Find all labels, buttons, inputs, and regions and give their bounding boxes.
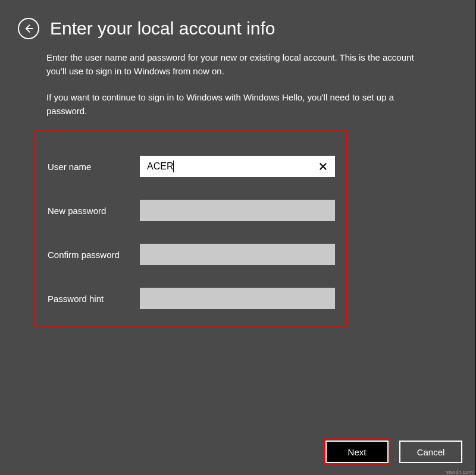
username-label: User name bbox=[48, 162, 140, 172]
clear-input-button[interactable] bbox=[316, 159, 330, 174]
confirm-password-row: Confirm password bbox=[48, 244, 334, 265]
page-title: Enter your local account info bbox=[50, 18, 275, 39]
description-block: Enter the user name and password for you… bbox=[0, 51, 475, 118]
next-button[interactable]: Next bbox=[325, 441, 389, 463]
cancel-button[interactable]: Cancel bbox=[399, 441, 462, 463]
text-cursor bbox=[173, 161, 174, 172]
description-para-2: If you want to continue to sign in to Wi… bbox=[46, 91, 429, 118]
username-row: User name bbox=[48, 156, 334, 177]
footer-buttons: Next Cancel bbox=[325, 441, 462, 463]
watermark: wsxdn.com bbox=[446, 469, 473, 475]
username-input[interactable] bbox=[140, 156, 335, 177]
new-password-input[interactable] bbox=[140, 200, 335, 221]
close-icon bbox=[318, 161, 328, 172]
back-button[interactable] bbox=[18, 18, 39, 39]
confirm-password-label: Confirm password bbox=[48, 250, 140, 260]
password-hint-row: Password hint bbox=[48, 288, 334, 309]
description-para-1: Enter the user name and password for you… bbox=[46, 51, 429, 78]
password-hint-input[interactable] bbox=[140, 288, 335, 309]
confirm-password-input[interactable] bbox=[140, 244, 335, 265]
form-container: User name New password Confirm password … bbox=[35, 131, 347, 327]
arrow-left-icon bbox=[23, 23, 35, 34]
new-password-row: New password bbox=[48, 200, 334, 221]
password-hint-label: Password hint bbox=[48, 294, 140, 304]
new-password-label: New password bbox=[48, 206, 140, 216]
